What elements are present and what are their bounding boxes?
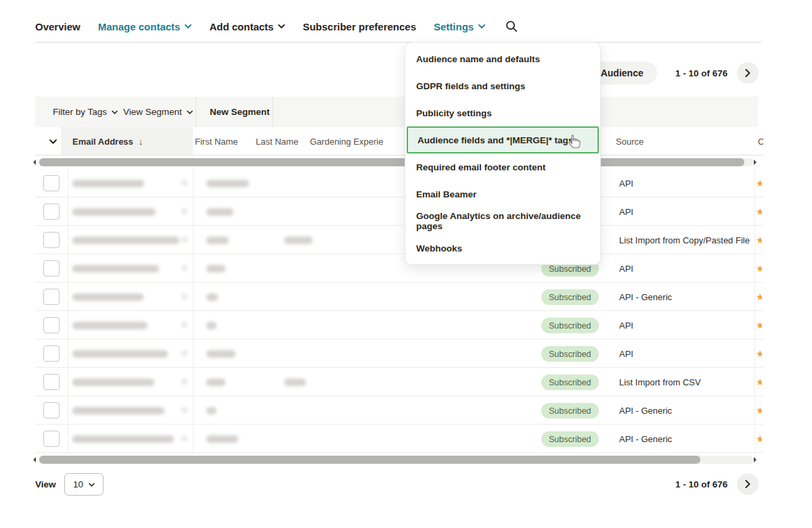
menu-item[interactable]: GDPR fields and settings (405, 72, 600, 99)
scroll-left-arrow[interactable] (30, 457, 36, 462)
row-checkbox[interactable] (43, 345, 60, 362)
source-cell: API (619, 264, 633, 274)
column-header-gardening-experience[interactable]: Gardening Experie (310, 127, 383, 155)
source-cell: API (619, 178, 633, 189)
scrollbar-thumb[interactable] (39, 158, 744, 166)
rating-star-icon: ★ (756, 376, 762, 388)
redacted-tag-icon (181, 208, 187, 214)
column-header-first-name[interactable]: First Name (195, 127, 238, 155)
redacted-email (72, 180, 144, 187)
menu-item[interactable]: Google Analytics on archive/audience pag… (405, 208, 600, 235)
rating-star-icon: ★ (756, 206, 762, 218)
row-checkbox[interactable] (43, 203, 60, 220)
menu-item[interactable]: Webhooks (405, 235, 600, 262)
row-checkbox[interactable] (43, 431, 60, 447)
settings-menu-items: Audience name and defaultsGDPR fields an… (405, 45, 600, 262)
scrollbar-thumb[interactable] (39, 456, 700, 464)
nav-manage-contacts[interactable]: Manage contacts (98, 21, 192, 32)
pagination-bottom-label: 1 - 10 of 676 (675, 479, 727, 489)
chevron-right-icon (745, 69, 750, 77)
redacted-tag-icon (181, 322, 187, 328)
menu-item-label: Audience fields and *|MERGE|* tags (418, 135, 573, 145)
menu-item-label: Audience name and defaults (416, 54, 540, 64)
source-cell: API (619, 349, 633, 359)
sort-descending-icon: ↓ (139, 137, 143, 147)
settings-menu: Audience name and defaultsGDPR fields an… (405, 42, 601, 265)
redacted-tag-icon (181, 435, 187, 441)
menu-item-label: Webhooks (416, 243, 462, 254)
status-badge: Subscribed (541, 375, 599, 390)
chevron-down-icon (187, 110, 193, 114)
menu-item[interactable]: Audience fields and *|MERGE|* tags (407, 126, 599, 153)
chevron-down-icon (478, 24, 485, 28)
nav-settings[interactable]: Settings (434, 21, 485, 32)
redacted-first-name (206, 237, 229, 244)
status-badge: Subscribed (541, 403, 599, 418)
redacted-first-name (206, 350, 235, 358)
menu-item-label: GDPR fields and settings (416, 81, 525, 91)
redacted-email (72, 293, 143, 301)
redacted-first-name (206, 407, 217, 414)
redacted-tag-icon (181, 293, 187, 299)
select-all-dropdown[interactable] (49, 127, 57, 155)
new-segment-button[interactable]: New Segment (210, 97, 270, 127)
scroll-right-arrow[interactable] (754, 457, 759, 462)
row-checkbox[interactable] (43, 289, 60, 305)
menu-item[interactable]: Audience name and defaults (405, 45, 600, 72)
toolbar-divider (196, 97, 196, 127)
rating-star-icon: ★ (756, 262, 762, 274)
filter-by-tags-dropdown[interactable]: Filter by Tags (53, 97, 118, 127)
view-segment-label: View Segment (123, 107, 182, 117)
redacted-email (72, 208, 156, 216)
redacted-email (72, 265, 159, 272)
menu-item-label: Required email footer content (416, 162, 545, 172)
scroll-right-arrow[interactable] (754, 160, 759, 165)
menu-item[interactable]: Required email footer content (405, 153, 600, 181)
redacted-email (72, 435, 174, 443)
redacted-tag-icon (181, 180, 187, 186)
row-checkbox[interactable] (43, 232, 60, 248)
menu-item-label: Publicity settings (416, 108, 492, 118)
next-page-button[interactable] (737, 473, 759, 495)
nav-overview[interactable]: Overview (35, 21, 81, 32)
table-row: Subscribed API - Generic ★ (35, 283, 763, 311)
menu-item[interactable]: Publicity settings (405, 99, 600, 126)
view-segment-dropdown[interactable]: View Segment (123, 97, 193, 127)
nav-subscriber-preferences[interactable]: Subscriber preferences (302, 21, 416, 32)
column-header-source[interactable]: Source (616, 127, 644, 155)
nav-divider (35, 42, 761, 43)
row-checkbox[interactable] (43, 402, 60, 418)
table-body: Subscribed API ★ Subscribed API ★ Subscr… (35, 169, 763, 453)
row-checkbox[interactable] (43, 374, 60, 390)
table-row: Subscribed API ★ (35, 197, 763, 226)
rating-star-icon: ★ (756, 404, 762, 416)
redacted-last-name (284, 237, 313, 244)
row-checkbox[interactable] (43, 317, 60, 333)
nav-add-contacts[interactable]: Add contacts (209, 21, 285, 32)
redacted-tag-icon (181, 379, 187, 385)
next-page-button[interactable] (737, 62, 759, 84)
search-icon[interactable] (505, 20, 518, 32)
redacted-first-name (206, 208, 233, 216)
column-header-rating-clipped[interactable]: C (758, 127, 763, 155)
status-badge: Subscribed (541, 289, 599, 305)
menu-item-label: Email Beamer (416, 189, 476, 199)
redacted-email (72, 379, 154, 386)
column-header-email[interactable]: Email Address ↓ (72, 127, 143, 155)
table-row: Subscribed List Import from Copy/Pasted … (35, 226, 763, 254)
menu-item[interactable]: Email Beamer (405, 181, 600, 208)
redacted-first-name (206, 322, 217, 329)
page-size-select[interactable]: 10 (64, 473, 104, 496)
scroll-left-arrow[interactable] (30, 160, 36, 165)
table-toolbar: Filter by Tags View Segment New Segment (35, 97, 758, 127)
nav-subscriber-preferences-label: Subscriber preferences (302, 21, 416, 32)
rating-star-icon: ★ (756, 347, 762, 360)
redacted-tag-icon (181, 265, 187, 271)
source-cell: API - Generic (619, 434, 672, 444)
row-checkbox[interactable] (43, 260, 60, 277)
column-header-last-name[interactable]: Last Name (256, 127, 298, 155)
source-cell: API (619, 207, 633, 217)
horizontal-scrollbar-top (35, 156, 763, 168)
row-checkbox[interactable] (43, 175, 60, 191)
status-badge: Subscribed (541, 431, 599, 447)
